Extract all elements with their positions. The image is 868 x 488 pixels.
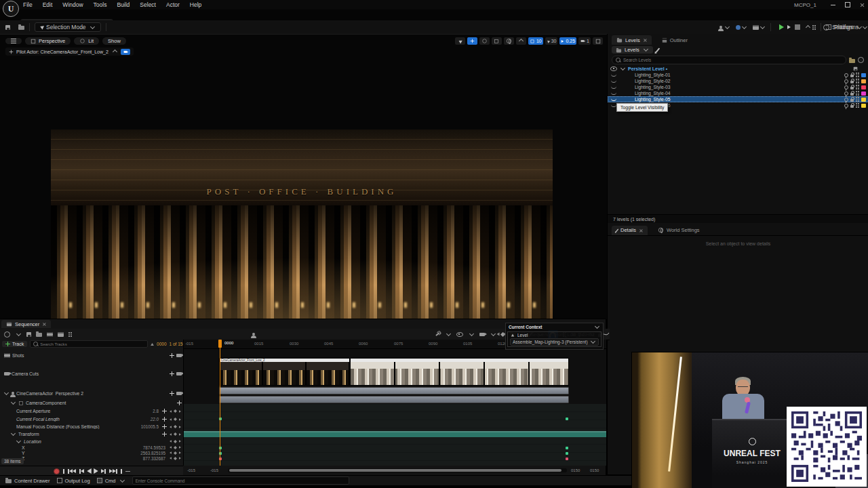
track-row-camera-cuts[interactable]: Camera Cuts xyxy=(0,369,183,378)
lock-icon[interactable] xyxy=(850,93,854,96)
back-icon[interactable] xyxy=(496,333,499,336)
track-row-aperture[interactable]: Current Aperture 2.8 xyxy=(0,407,183,415)
scale-tool-icon[interactable] xyxy=(492,37,502,45)
menu-select[interactable]: Select xyxy=(140,1,156,8)
add-icon[interactable] xyxy=(170,353,174,358)
level-row[interactable]: Lighting_Style-03 xyxy=(608,84,868,90)
level-row-selected[interactable]: Lighting_Style-05 xyxy=(608,96,868,102)
track-search[interactable] xyxy=(30,340,148,348)
drag-dots-icon[interactable] xyxy=(856,85,859,89)
camera-binding-section[interactable] xyxy=(219,396,569,403)
level-row[interactable]: Lighting_Style-02 xyxy=(608,78,868,84)
lit-dropdown[interactable]: Lit xyxy=(74,37,99,45)
maximize-viewport-icon[interactable] xyxy=(593,37,603,45)
levels-settings-icon[interactable] xyxy=(858,57,864,63)
tab-details[interactable]: Details xyxy=(612,226,648,235)
camera-icon[interactable] xyxy=(176,372,182,375)
track-search-input[interactable] xyxy=(40,342,144,346)
close-button[interactable] xyxy=(860,3,864,7)
render-movie-icon[interactable] xyxy=(47,332,53,337)
add-keyframe-icon[interactable] xyxy=(174,446,177,449)
add-keyframe-icon[interactable] xyxy=(174,432,177,436)
next-key-icon[interactable] xyxy=(179,418,181,421)
surface-snap-icon[interactable] xyxy=(516,37,526,45)
levels-menu-button[interactable]: Levels xyxy=(612,46,653,54)
play-options-icon[interactable] xyxy=(812,25,816,30)
expand-chevron-icon[interactable] xyxy=(620,66,625,70)
prev-key-icon[interactable] xyxy=(170,446,172,449)
level-row[interactable]: Lighting_Style-01 xyxy=(608,72,868,78)
keyframe[interactable] xyxy=(566,452,568,455)
keyframe[interactable] xyxy=(566,458,568,460)
next-frame-button[interactable] xyxy=(101,469,106,474)
play-reverse-button[interactable] xyxy=(87,468,92,474)
viewport[interactable]: POST · OFFICE · BUILDING Perspective Lit… xyxy=(0,34,607,319)
work-range-start[interactable]: -015 xyxy=(210,468,218,472)
level-row-persistent[interactable]: Persistent Level • xyxy=(608,66,868,72)
prev-key-icon[interactable] xyxy=(170,433,172,436)
levels-search[interactable] xyxy=(612,56,846,64)
menu-build[interactable]: Build xyxy=(117,1,130,8)
track-value[interactable]: 2.8 xyxy=(153,409,159,413)
next-key-icon[interactable] xyxy=(179,451,181,454)
cmd-dropdown[interactable]: Cmd xyxy=(97,478,125,484)
lighting-scenario-icon[interactable] xyxy=(844,104,848,108)
expand-chevron-icon[interactable] xyxy=(16,438,21,443)
lighting-scenario-icon[interactable] xyxy=(844,85,848,89)
lock-icon[interactable] xyxy=(850,87,854,89)
add-icon[interactable] xyxy=(170,371,174,376)
save-sequence-icon[interactable] xyxy=(26,332,31,337)
track-row-location[interactable]: Location xyxy=(0,438,183,445)
menu-help[interactable]: Help xyxy=(190,1,201,8)
settings-dropdown[interactable]: Settings xyxy=(823,24,863,30)
next-key-icon[interactable] xyxy=(179,433,181,436)
eye-closed-icon[interactable] xyxy=(611,73,616,77)
camera-chip[interactable] xyxy=(121,49,130,55)
track-row-shots[interactable]: Shots xyxy=(0,351,183,359)
loop-toggle-button[interactable] xyxy=(125,471,130,472)
frame-skip-button[interactable] xyxy=(787,25,791,29)
selection-mode-dropdown[interactable]: Selection Mode xyxy=(35,22,101,32)
camera-options-icon[interactable] xyxy=(479,333,485,336)
add-keyframe-icon[interactable] xyxy=(174,425,177,428)
shot-clip[interactable]: CineCameraActor_Front_Low_2 xyxy=(219,358,350,386)
levels-search-input[interactable] xyxy=(623,58,842,62)
menu-window[interactable]: Window xyxy=(62,1,83,8)
save-level-icon[interactable] xyxy=(854,67,858,71)
track-row-location-y[interactable]: Y 2563.825195 xyxy=(0,450,183,455)
track-value[interactable]: 101005.5 xyxy=(141,424,159,429)
prev-key-icon[interactable] xyxy=(170,457,172,460)
add-keyframe-icon[interactable] xyxy=(174,451,177,455)
eye-icon[interactable] xyxy=(610,66,617,71)
add-track-button[interactable]: Track xyxy=(2,341,27,347)
sequencer-timeline[interactable]: -015 0015 0030 0045 0060 0075 0090 0105 … xyxy=(183,340,606,466)
level-color-chip[interactable] xyxy=(861,98,866,102)
viewport-menu-button[interactable] xyxy=(5,38,22,44)
track-value[interactable]: 22.0 xyxy=(151,417,159,422)
next-key-icon[interactable] xyxy=(179,440,181,443)
drag-dots-icon[interactable] xyxy=(856,73,859,77)
keyframe[interactable] xyxy=(566,447,568,449)
rotation-snap-toggle[interactable]: 30 xyxy=(545,37,558,45)
eye-closed-icon[interactable] xyxy=(611,92,616,95)
eye-closed-icon[interactable] xyxy=(611,85,616,89)
level-color-chip[interactable] xyxy=(861,104,866,108)
expand-chevron-icon[interactable] xyxy=(11,431,16,436)
lighting-scenario-icon[interactable] xyxy=(844,98,848,102)
add-actor-icon[interactable] xyxy=(719,26,722,28)
prev-key-icon[interactable] xyxy=(170,426,172,428)
blueprints-chevron-icon[interactable] xyxy=(742,24,747,28)
more-options-icon[interactable] xyxy=(68,332,72,337)
add-keyframe-icon[interactable] xyxy=(174,457,177,460)
tab-sequencer[interactable]: Sequencer xyxy=(1,320,51,328)
expand-chevron-icon[interactable] xyxy=(11,400,16,405)
selected-track-band[interactable] xyxy=(184,431,606,437)
chevron-down-icon[interactable] xyxy=(491,331,496,336)
blueprints-icon[interactable] xyxy=(736,25,741,30)
view-options-icon[interactable] xyxy=(456,332,463,337)
grid-snap-toggle[interactable]: 10 xyxy=(528,37,543,45)
view-range-end[interactable]: 0150 xyxy=(590,468,599,472)
drag-dots-icon[interactable] xyxy=(856,91,859,96)
menu-tools[interactable]: Tools xyxy=(94,1,107,8)
camera-cuts-section[interactable] xyxy=(219,387,569,394)
